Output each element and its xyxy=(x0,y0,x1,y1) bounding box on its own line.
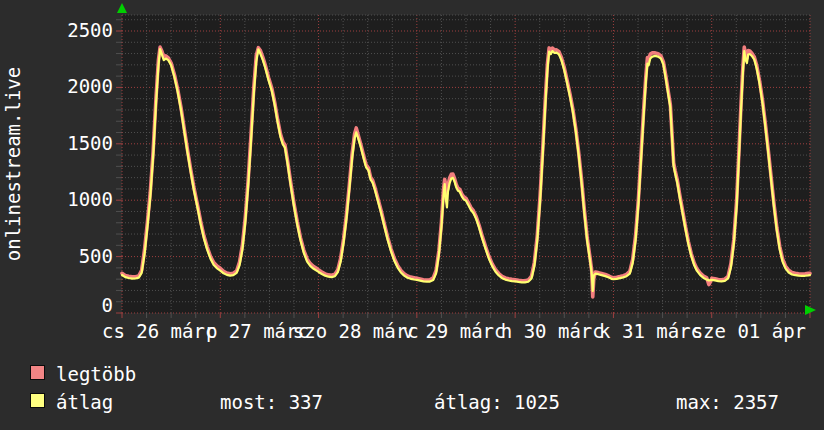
plot-area xyxy=(122,15,810,313)
x-day-label: cs 26 márc xyxy=(102,320,216,342)
y-tick-label: 500 xyxy=(79,245,113,267)
stat-max: max: 2357 xyxy=(676,391,779,413)
x-day-label: v 29 márc xyxy=(403,320,506,342)
x-day-label: sze 01 ápr xyxy=(692,320,806,342)
y-axis-arrow-icon xyxy=(117,3,127,13)
x-day-label: szo 28 márc xyxy=(293,320,419,342)
stat-atlag: átlag: 1025 xyxy=(434,391,560,413)
legend-label-atlag: átlag xyxy=(56,391,113,413)
y-tick-label: 2500 xyxy=(67,19,113,41)
legend-label-legtobb: legtöbb xyxy=(56,363,136,385)
legend-swatch-legtobb xyxy=(30,365,45,380)
legend-swatch-atlag xyxy=(30,393,45,408)
x-day-label: h 30 márc xyxy=(501,320,604,342)
y-tick-label: 2000 xyxy=(67,75,113,97)
y-tick-label: 1000 xyxy=(67,188,113,210)
stat-most: most: 337 xyxy=(220,391,323,413)
y-tick-label: 1500 xyxy=(67,132,113,154)
y-tick-label: 0 xyxy=(102,294,113,316)
x-day-label: k 31 márc xyxy=(599,320,702,342)
graph-window: onlinestream.live 05001000150020002500cs… xyxy=(0,0,824,430)
